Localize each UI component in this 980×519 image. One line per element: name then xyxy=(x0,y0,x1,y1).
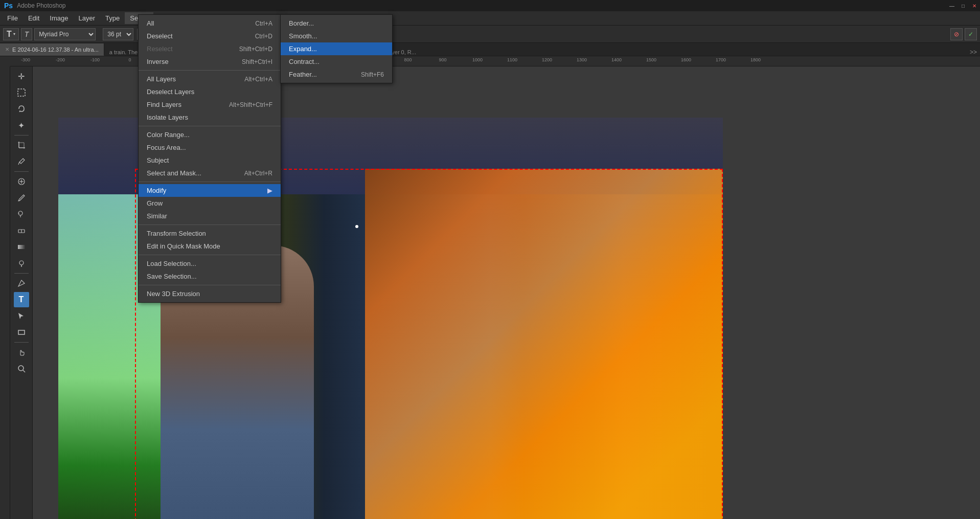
hand-tool[interactable] xyxy=(14,345,29,360)
menu-reselect: Reselect Shift+Ctrl+D xyxy=(139,42,281,55)
menu-subject[interactable]: Subject xyxy=(139,154,281,167)
menu-save-selection-label: Save Selection... xyxy=(147,273,197,280)
menu-load-selection[interactable]: Load Selection... xyxy=(139,257,281,270)
ruler-label: -100 xyxy=(90,57,100,62)
font-icon-btn[interactable]: T ▾ xyxy=(3,28,19,40)
eraser-tool[interactable] xyxy=(14,223,29,238)
tool-divider-3 xyxy=(14,273,29,274)
title-bar: Ps Adobe Photoshop — □ ✕ xyxy=(0,0,980,11)
submenu-border[interactable]: Border... xyxy=(281,17,392,30)
ruler-label: 1600 xyxy=(681,57,691,62)
minimize-button[interactable]: — xyxy=(946,0,958,11)
ruler-label: 1700 xyxy=(716,57,726,62)
dodge-tool[interactable] xyxy=(14,256,29,271)
crop-icon xyxy=(17,141,26,150)
maximize-button[interactable]: □ xyxy=(958,0,969,11)
menu-all-layers[interactable]: All Layers Alt+Ctrl+A xyxy=(139,73,281,85)
cancel-btn[interactable]: ⊘ xyxy=(950,28,963,40)
menu-group-5: Transform Selection Edit in Quick Mask M… xyxy=(139,225,281,255)
menu-find-layers-shortcut: Alt+Shift+Ctrl+F xyxy=(229,101,272,108)
menu-isolate-layers[interactable]: Isolate Layers xyxy=(139,111,281,124)
menu-grow[interactable]: Grow xyxy=(139,197,281,210)
menu-reselect-shortcut: Shift+Ctrl+D xyxy=(239,46,272,53)
eyedropper-tool[interactable] xyxy=(14,154,29,169)
menu-file[interactable]: File xyxy=(2,12,23,24)
svg-point-18 xyxy=(18,366,24,371)
gradient-tool[interactable] xyxy=(14,239,29,255)
zoom-tool[interactable] xyxy=(14,361,29,376)
eraser-icon xyxy=(17,226,26,235)
menu-deselect[interactable]: Deselect Ctrl+D xyxy=(139,30,281,42)
menu-find-layers[interactable]: Find Layers Alt+Shift+Ctrl+F xyxy=(139,98,281,111)
menu-subject-label: Subject xyxy=(147,156,169,164)
menu-modify[interactable]: Modify ▶ xyxy=(139,184,281,197)
crop-tool[interactable] xyxy=(14,138,29,153)
more-tabs-icon[interactable]: >> xyxy=(970,49,977,56)
gradient-icon xyxy=(17,242,26,252)
lasso-tool[interactable] xyxy=(14,101,29,117)
rectangle-tool[interactable] xyxy=(14,325,29,340)
svg-point-15 xyxy=(19,261,24,265)
menu-deselect-shortcut: Ctrl+D xyxy=(255,33,272,40)
menu-inverse[interactable]: Inverse Shift+Ctrl+I xyxy=(139,55,281,68)
submenu-feather-label: Feather... xyxy=(289,71,317,78)
rectangle-icon xyxy=(17,328,26,337)
menu-all-shortcut: Ctrl+A xyxy=(255,20,272,27)
font-family-select[interactable]: Myriad Pro xyxy=(34,28,96,40)
close-button[interactable]: ✕ xyxy=(969,0,980,11)
text-icon: T xyxy=(19,295,24,304)
font-size-select[interactable]: 36 pt xyxy=(103,28,133,40)
menu-all[interactable]: All Ctrl+A xyxy=(139,17,281,30)
menu-transform-selection-label: Transform Selection xyxy=(147,230,206,237)
menu-type[interactable]: Type xyxy=(100,12,125,24)
tab-title: E 2024-06-16 12.37.38 - An ultra... xyxy=(12,47,99,53)
menu-select-mask-label: Select and Mask... xyxy=(147,169,201,177)
text-tool[interactable]: T xyxy=(14,292,29,307)
brush-tool[interactable] xyxy=(14,190,29,206)
magic-wand-tool[interactable]: ✦ xyxy=(14,118,29,133)
ruler-label: 1100 xyxy=(507,57,517,62)
menu-all-layers-shortcut: Alt+Ctrl+A xyxy=(244,76,272,83)
menu-quick-mask[interactable]: Edit in Quick Mask Mode xyxy=(139,240,281,253)
ruler-label: 1400 xyxy=(611,57,622,62)
submenu-smooth[interactable]: Smooth... xyxy=(281,30,392,42)
select-menu-dropdown: All Ctrl+A Deselect Ctrl+D Reselect Shif… xyxy=(138,14,281,303)
pen-tool[interactable] xyxy=(14,276,29,291)
healing-brush-tool[interactable] xyxy=(14,174,29,189)
menu-layer[interactable]: Layer xyxy=(74,12,101,24)
menu-inverse-shortcut: Shift+Ctrl+I xyxy=(242,58,272,65)
dodge-icon xyxy=(17,259,26,268)
menu-color-range[interactable]: Color Range... xyxy=(139,128,281,141)
ruler-vertical xyxy=(0,66,10,519)
move-tool[interactable]: ✛ xyxy=(14,69,29,84)
menu-deselect-layers[interactable]: Deselect Layers xyxy=(139,85,281,98)
submenu-expand[interactable]: Expand... xyxy=(281,42,392,55)
menu-save-selection[interactable]: Save Selection... xyxy=(139,270,281,283)
modify-submenu: Border... Smooth... Expand... Contract..… xyxy=(280,14,393,83)
font-style-btn[interactable]: T xyxy=(21,28,33,40)
menu-image[interactable]: Image xyxy=(44,12,73,24)
menu-inverse-label: Inverse xyxy=(147,58,169,65)
menu-select-mask[interactable]: Select and Mask... Alt+Ctrl+R xyxy=(139,167,281,179)
commit-btn[interactable]: ✓ xyxy=(965,28,977,40)
menu-new-3d[interactable]: New 3D Extrusion xyxy=(139,287,281,300)
menu-transform-selection[interactable]: Transform Selection xyxy=(139,227,281,240)
menu-similar[interactable]: Similar xyxy=(139,210,281,222)
clone-stamp-tool[interactable] xyxy=(14,207,29,222)
marquee-icon xyxy=(17,88,26,97)
menu-focus-area[interactable]: Focus Area... xyxy=(139,141,281,154)
submenu-feather[interactable]: Feather... Shift+F6 xyxy=(281,68,392,81)
document-tab[interactable]: ✕ E 2024-06-16 12.37.38 - An ultra... xyxy=(0,43,104,56)
clone-icon xyxy=(17,210,26,219)
path-select-tool[interactable] xyxy=(14,308,29,324)
tab-close-icon[interactable]: ✕ xyxy=(5,47,9,52)
submenu-smooth-label: Smooth... xyxy=(289,32,317,40)
marquee-tool[interactable] xyxy=(14,85,29,100)
menu-group-7: New 3D Extrusion xyxy=(139,285,281,302)
menu-new-3d-label: New 3D Extrusion xyxy=(147,290,200,298)
submenu-contract[interactable]: Contract... xyxy=(281,55,392,68)
menu-edit[interactable]: Edit xyxy=(23,12,44,24)
pen-icon xyxy=(17,279,26,288)
ruler-label: 1000 xyxy=(472,57,483,62)
ruler-label: 1200 xyxy=(542,57,552,62)
